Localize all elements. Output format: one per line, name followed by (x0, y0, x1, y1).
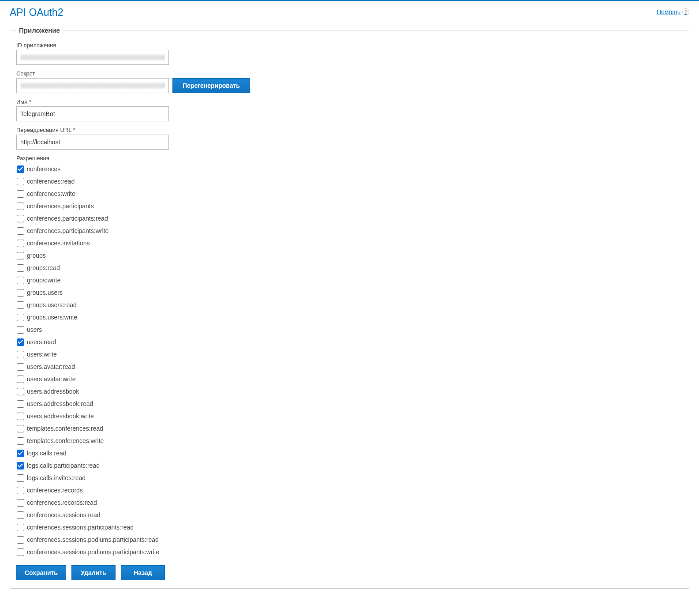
permission-checkbox[interactable] (17, 437, 24, 445)
permission-label[interactable]: conferences.sessions.participants:read (27, 521, 134, 533)
permission-label[interactable]: conferences.records:read (27, 496, 97, 509)
permission-label[interactable]: users.addressbook:read (27, 398, 93, 410)
permission-checkbox[interactable] (17, 264, 24, 272)
permission-label[interactable]: users.avatar:read (27, 361, 75, 373)
permission-label[interactable]: groups.users:read (27, 299, 77, 311)
permission-checkbox[interactable] (17, 215, 24, 222)
back-button[interactable]: Назад (121, 565, 165, 580)
permission-item: conferences.records:read (16, 496, 683, 509)
help-icon: ? (682, 8, 689, 15)
permission-label[interactable]: groups.users:write (27, 311, 77, 323)
permission-checkbox[interactable] (17, 536, 24, 544)
permission-item: conferences.participants:write (16, 225, 683, 237)
permission-item: conferences.participants (16, 200, 683, 212)
permission-item: users.addressbook (16, 385, 683, 398)
help-link[interactable]: Помощь ? (657, 8, 689, 15)
permission-label[interactable]: logs.calls.invites:read (27, 472, 86, 484)
permission-checkbox[interactable] (17, 376, 24, 383)
redirect-input[interactable] (16, 135, 169, 150)
permission-checkbox[interactable] (17, 178, 24, 185)
permission-item: conferences.sessions.podiums.participant… (16, 533, 683, 546)
permission-checkbox[interactable] (17, 388, 24, 395)
permission-label[interactable]: conferences.sessions.podiums.participant… (27, 546, 159, 558)
permission-checkbox[interactable] (17, 203, 24, 210)
permission-label[interactable]: conferences.records (27, 484, 83, 496)
permission-label[interactable]: conferences.invitations (27, 237, 90, 249)
permission-item: conferences.sessions:read (16, 509, 683, 521)
permission-checkbox[interactable] (17, 326, 24, 334)
permission-item: conferences (16, 163, 683, 175)
permission-item: users.avatar:write (16, 373, 683, 385)
save-button[interactable]: Сохранить (16, 565, 66, 580)
permission-item: conferences:write (16, 188, 683, 200)
permission-checkbox[interactable] (17, 548, 24, 556)
permission-label[interactable]: conferences.sessions.podiums.participant… (27, 533, 159, 546)
permission-checkbox[interactable] (17, 524, 24, 531)
regenerate-button[interactable]: Перегенерировать (172, 78, 250, 93)
permission-label[interactable]: users.avatar:write (27, 373, 75, 385)
permission-item: users.addressbook:write (16, 410, 683, 422)
permission-checkbox[interactable] (17, 425, 24, 432)
permission-checkbox[interactable] (17, 400, 24, 408)
permission-label[interactable]: conferences:read (27, 175, 75, 188)
secret-input[interactable] (16, 78, 169, 93)
permission-label[interactable]: users:read (27, 336, 56, 348)
permission-label[interactable]: logs.calls:read (27, 447, 67, 459)
permission-item: conferences.sessions.podiums.participant… (16, 546, 683, 558)
permission-checkbox[interactable] (17, 487, 24, 494)
permission-checkbox[interactable] (17, 240, 24, 247)
permission-label[interactable]: users.addressbook (27, 385, 79, 398)
permission-item: groups.users (16, 286, 683, 299)
permission-checkbox[interactable] (17, 190, 24, 198)
permission-checkbox[interactable] (17, 363, 24, 371)
name-label: Имя * (16, 98, 683, 105)
permission-label[interactable]: logs.calls.participants:read (27, 459, 100, 472)
name-input[interactable] (16, 106, 169, 121)
permission-label[interactable]: templates.conferences:write (27, 435, 104, 447)
permission-checkbox[interactable] (17, 289, 24, 297)
permission-label[interactable]: groups (27, 249, 46, 262)
permission-label[interactable]: users.addressbook:write (27, 410, 94, 422)
permission-label[interactable]: conferences.sessions:read (27, 509, 101, 521)
permission-item: users:write (16, 348, 683, 361)
permission-item: conferences.records (16, 484, 683, 496)
permission-checkbox[interactable] (17, 277, 24, 284)
fieldset-legend: Приложение (16, 26, 63, 34)
delete-button[interactable]: Удалить (71, 565, 116, 580)
permission-item: users.avatar:read (16, 361, 683, 373)
page-title: API OAuth2 (10, 7, 63, 19)
permission-label[interactable]: conferences.participants (27, 200, 94, 212)
permission-label[interactable]: groups.users (27, 286, 63, 299)
permission-checkbox[interactable] (17, 474, 24, 482)
permission-item: users (16, 323, 683, 336)
permission-checkbox[interactable] (17, 314, 24, 321)
permission-item: conferences.invitations (16, 237, 683, 249)
permission-label[interactable]: users:write (27, 348, 57, 361)
permission-item: logs.calls.invites:read (16, 472, 683, 484)
permission-item: conferences.sessions.participants:read (16, 521, 683, 533)
redirect-label: Переадресация URL * (16, 127, 683, 133)
permission-label[interactable]: templates.conferences:read (27, 422, 103, 435)
permission-label[interactable]: conferences.participants:write (27, 225, 108, 237)
permission-checkbox[interactable] (17, 450, 24, 457)
permission-checkbox[interactable] (17, 413, 24, 420)
permission-checkbox[interactable] (17, 338, 24, 346)
permission-label[interactable]: users (27, 323, 42, 336)
permission-checkbox[interactable] (17, 351, 24, 358)
permission-label[interactable]: groups:read (27, 262, 60, 274)
permission-item: users:read (16, 336, 683, 348)
permission-checkbox[interactable] (17, 227, 24, 235)
app-id-input[interactable] (16, 50, 169, 65)
permission-checkbox[interactable] (17, 462, 24, 470)
permission-checkbox[interactable] (17, 511, 24, 519)
permission-checkbox[interactable] (17, 165, 24, 173)
permission-item: groups.users:write (16, 311, 683, 323)
permission-checkbox[interactable] (17, 301, 24, 309)
permission-checkbox[interactable] (17, 499, 24, 507)
permission-label[interactable]: conferences:write (27, 188, 75, 200)
permission-label[interactable]: conferences (27, 163, 60, 175)
permission-checkbox[interactable] (17, 252, 24, 259)
permission-label[interactable]: conferences.participants:read (27, 212, 108, 225)
permissions-label: Разрешения (16, 155, 683, 162)
permission-label[interactable]: groups:write (27, 274, 60, 286)
